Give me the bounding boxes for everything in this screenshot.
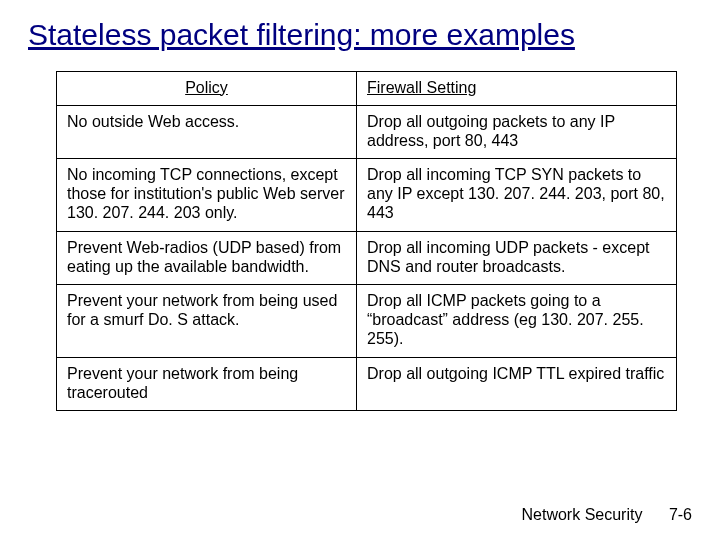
footer: Network Security 7-6 (522, 506, 693, 524)
table-row: Prevent your network from being tracerou… (57, 357, 677, 410)
policy-cell: No outside Web access. (57, 105, 357, 158)
table-row: Prevent Web-radios (UDP based) from eati… (57, 231, 677, 284)
table-row: No outside Web access. Drop all outgoing… (57, 105, 677, 158)
footer-label: Network Security (522, 506, 643, 523)
setting-cell: Drop all incoming UDP packets - except D… (357, 231, 677, 284)
header-policy: Policy (57, 71, 357, 105)
table-header-row: Policy Firewall Setting (57, 71, 677, 105)
table-row: Prevent your network from being used for… (57, 285, 677, 358)
policy-cell: Prevent your network from being used for… (57, 285, 357, 358)
slide-title: Stateless packet filtering: more example… (28, 18, 692, 53)
policy-cell: Prevent Web-radios (UDP based) from eati… (57, 231, 357, 284)
policy-table: Policy Firewall Setting No outside Web a… (56, 71, 677, 411)
setting-cell: Drop all incoming TCP SYN packets to any… (357, 159, 677, 232)
header-setting: Firewall Setting (357, 71, 677, 105)
table-row: No incoming TCP connections, except thos… (57, 159, 677, 232)
footer-page: 7-6 (669, 506, 692, 523)
policy-cell: Prevent your network from being tracerou… (57, 357, 357, 410)
policy-cell: No incoming TCP connections, except thos… (57, 159, 357, 232)
setting-cell: Drop all outgoing packets to any IP addr… (357, 105, 677, 158)
setting-cell: Drop all ICMP packets going to a “broadc… (357, 285, 677, 358)
setting-cell: Drop all outgoing ICMP TTL expired traff… (357, 357, 677, 410)
slide: Stateless packet filtering: more example… (0, 0, 720, 540)
